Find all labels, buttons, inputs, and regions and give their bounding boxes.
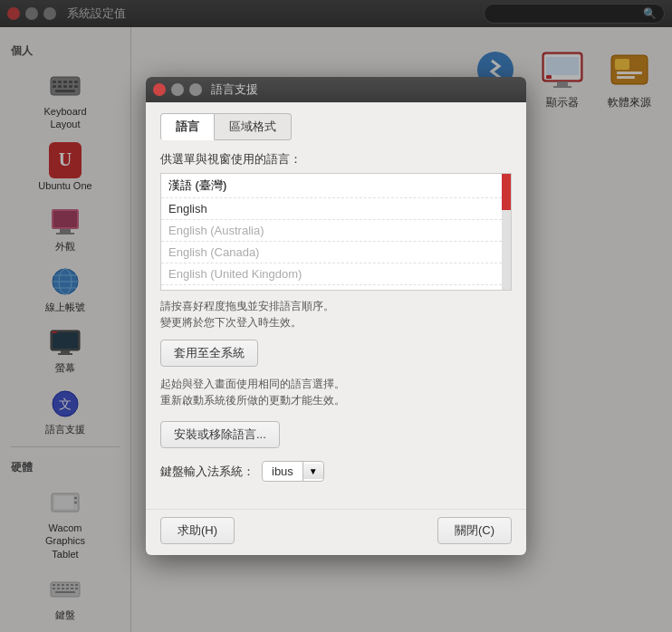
lang-item-en-au[interactable]: English (Australia) bbox=[161, 220, 511, 242]
keyboard-input-select[interactable]: ibus ▼ bbox=[262, 461, 324, 482]
keyboard-input-label: 鍵盤輸入法系統： bbox=[160, 464, 254, 480]
hint-text-2: 起始與登入畫面使用相同的語言選擇。 重新啟動系統後所做的更動才能生效。 bbox=[160, 376, 512, 408]
lang-item-en-gb[interactable]: English (United Kingdom) bbox=[161, 263, 511, 285]
hint-text-1: 請按喜好程度拖曳並安排語言順序。 變更將於您下次登入時生效。 bbox=[160, 298, 512, 330]
keyboard-input-dropdown-arrow[interactable]: ▼ bbox=[303, 464, 323, 479]
tab-language[interactable]: 語言 bbox=[160, 113, 215, 140]
language-list[interactable]: 漢語 (臺灣) English English (Australia) Engl… bbox=[160, 173, 512, 291]
close-dialog-button[interactable]: 關閉(C) bbox=[437, 517, 512, 544]
language-support-dialog: 語言支援 語言 區域格式 供選單與視窗使用的語言： 漢語 (臺灣) Englis… bbox=[146, 77, 526, 555]
tab-bar: 語言 區域格式 bbox=[160, 113, 512, 140]
dialog-body: 語言 區域格式 供選單與視窗使用的語言： 漢語 (臺灣) English Eng… bbox=[146, 102, 526, 509]
language-scrollbar[interactable] bbox=[502, 174, 511, 290]
dialog-maximize-button[interactable] bbox=[189, 83, 202, 96]
dialog-title: 語言支援 bbox=[211, 81, 258, 98]
tab-regional[interactable]: 區域格式 bbox=[215, 113, 292, 140]
help-button[interactable]: 求助(H) bbox=[160, 517, 235, 544]
dialog-close-button[interactable] bbox=[153, 83, 166, 96]
keyboard-input-row: 鍵盤輸入法系統： ibus ▼ bbox=[160, 461, 512, 482]
modal-overlay: 語言支援 語言 區域格式 供選單與視窗使用的語言： 漢語 (臺灣) Englis… bbox=[0, 0, 672, 632]
keyboard-input-value: ibus bbox=[263, 462, 303, 481]
lang-item-zh-tw[interactable]: 漢語 (臺灣) bbox=[161, 174, 511, 198]
lang-item-en[interactable]: English bbox=[161, 198, 511, 220]
scrollbar-thumb[interactable] bbox=[502, 174, 511, 210]
install-remove-language-button[interactable]: 安裝或移除語言... bbox=[160, 421, 280, 448]
lang-item-en-ca[interactable]: English (Canada) bbox=[161, 242, 511, 263]
dialog-minimize-button[interactable] bbox=[171, 83, 184, 96]
dialog-titlebar: 語言支援 bbox=[146, 77, 526, 102]
dialog-footer: 求助(H) 關閉(C) bbox=[146, 509, 526, 555]
language-section-label: 供選單與視窗使用的語言： bbox=[160, 151, 512, 168]
apply-to-system-button[interactable]: 套用至全系統 bbox=[160, 340, 258, 367]
